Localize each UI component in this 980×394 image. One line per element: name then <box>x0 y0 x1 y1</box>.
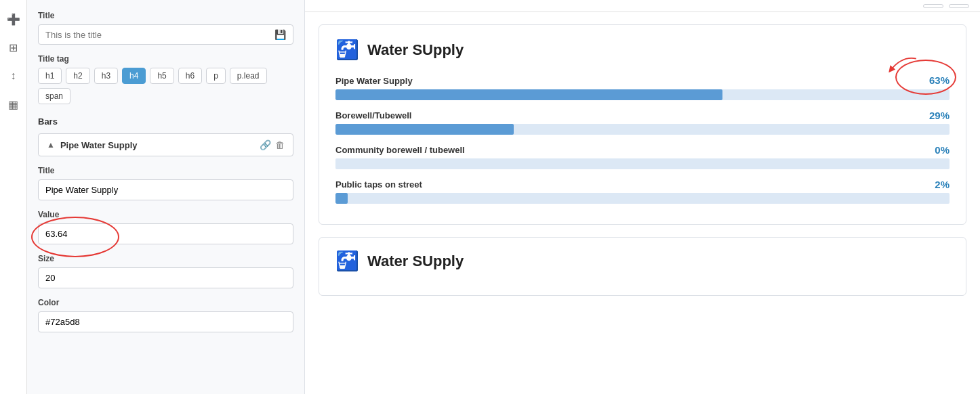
chevron-icon: ▲ <box>47 140 55 150</box>
chart-pct-1: 29% <box>929 110 950 121</box>
widget-card-2: 🚰 Water SUpply <box>319 237 966 296</box>
pct-wrapper-0: 63% <box>929 74 950 87</box>
bar-size-input[interactable] <box>38 267 293 288</box>
main-content: 🚰 Water SUpply Pipe Water Supply 63% <box>305 0 980 394</box>
faucet-icon-2: 🚰 <box>335 250 359 272</box>
widget-header-1: 🚰 Water SUpply <box>335 39 950 61</box>
bar-color-label: Color <box>38 298 293 307</box>
tag-row: h1 h2 h3 h4 h5 h6 p p.lead span <box>38 68 293 104</box>
bar-item-actions: 🔗 🗑 <box>260 139 285 150</box>
tag-p[interactable]: p <box>206 68 226 84</box>
save-icon: 💾 <box>274 29 286 40</box>
widget-title-2: Water SUpply <box>367 253 464 270</box>
top-bar-btn-2[interactable] <box>949 4 969 8</box>
bar-color-input[interactable] <box>38 311 293 332</box>
chart-pct-3: 2% <box>935 179 950 190</box>
bar-value-input[interactable] <box>38 223 293 244</box>
tag-h4[interactable]: h4 <box>122 68 146 84</box>
chart-row-header-2: Community borewell / tubewell 0% <box>335 144 950 156</box>
widget-header-2: 🚰 Water SUpply <box>335 250 950 272</box>
value-field-wrapper <box>38 223 293 244</box>
bar-item-header: ▲ Pipe Water Supply 🔗 🗑 <box>38 133 293 156</box>
tag-plead[interactable]: p.lead <box>230 68 267 84</box>
settings-panel: Title 💾 Title tag h1 h2 h3 h4 h5 h6 p p.… <box>27 0 305 394</box>
chart-row-header-0: Pipe Water Supply 63% <box>335 74 950 87</box>
link-icon[interactable]: 🔗 <box>260 139 271 150</box>
chart-bar-bg-2 <box>335 158 950 169</box>
chart-label-3: Public taps on street <box>335 179 422 190</box>
widget-card-1: 🚰 Water SUpply Pipe Water Supply 63% <box>319 24 966 225</box>
top-bar <box>305 0 980 12</box>
tag-span[interactable]: span <box>38 88 70 104</box>
top-bar-btn-1[interactable] <box>923 4 943 8</box>
chart-row-header-1: Borewell/Tubewell 29% <box>335 110 950 121</box>
chart-bar-bg-3 <box>335 193 950 204</box>
delete-icon[interactable]: 🗑 <box>275 139 285 150</box>
chart-bar-bg-0 <box>335 89 950 100</box>
tag-h6[interactable]: h6 <box>178 68 202 84</box>
bar-title-input[interactable] <box>38 179 293 200</box>
bar-item-title: Pipe Water Supply <box>60 140 254 150</box>
bar-size-block: Size <box>38 254 293 288</box>
left-sidebar: ➕ ⊞ ↕ ▦ <box>0 0 27 394</box>
title-field-label: Title <box>38 11 293 20</box>
chart-row-3: Public taps on street 2% <box>335 179 950 204</box>
arrows-icon[interactable]: ↕ <box>5 68 22 84</box>
pages-icon[interactable]: ▦ <box>5 96 22 112</box>
chart-bar-fill-1 <box>335 124 514 135</box>
chart-row-1: Borewell/Tubewell 29% <box>335 110 950 135</box>
tag-h3[interactable]: h3 <box>94 68 118 84</box>
tag-h5[interactable]: h5 <box>150 68 173 84</box>
bar-title-block: Title <box>38 166 293 200</box>
bar-value-label: Value <box>38 210 293 219</box>
tag-h2[interactable]: h2 <box>66 68 89 84</box>
title-input-row: 💾 <box>38 24 293 45</box>
faucet-icon-1: 🚰 <box>335 39 359 61</box>
chart-pct-2: 0% <box>935 144 950 156</box>
add-icon[interactable]: ➕ <box>5 11 22 27</box>
bar-value-block: Value <box>38 210 293 244</box>
bar-size-label: Size <box>38 254 293 263</box>
bars-section-label: Bars <box>38 116 293 127</box>
bar-title-label: Title <box>38 166 293 175</box>
chart-bar-fill-3 <box>335 193 348 204</box>
chart-bar-bg-1 <box>335 124 950 135</box>
chart-label-1: Borewell/Tubewell <box>335 110 411 121</box>
widget-title-1: Water SUpply <box>367 41 464 59</box>
chart-bar-fill-0 <box>335 89 722 100</box>
title-tag-label: Title tag <box>38 54 293 64</box>
chart-row-header-3: Public taps on street 2% <box>335 179 950 190</box>
grid-icon[interactable]: ⊞ <box>5 39 22 56</box>
chart-pct-0: 63% <box>929 74 950 86</box>
title-input[interactable] <box>45 30 274 40</box>
chart-label-2: Community borewell / tubewell <box>335 145 465 155</box>
tag-h1[interactable]: h1 <box>38 68 62 84</box>
chart-row-2: Community borewell / tubewell 0% <box>335 144 950 169</box>
chart-label-0: Pipe Water Supply <box>335 76 413 86</box>
chart-row-0: Pipe Water Supply 63% <box>335 74 950 100</box>
bar-color-block: Color <box>38 298 293 332</box>
